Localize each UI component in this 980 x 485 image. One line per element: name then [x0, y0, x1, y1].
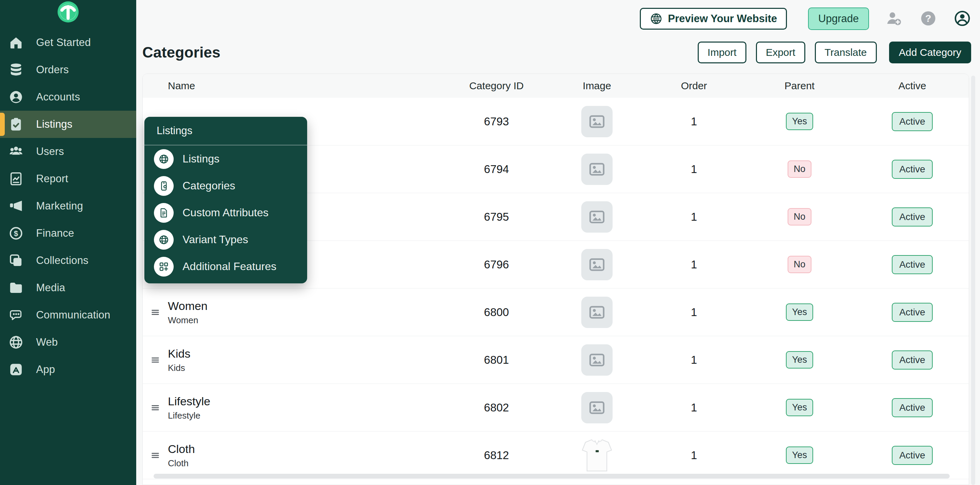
profile-button[interactable]: [953, 10, 971, 28]
category-image: [580, 436, 614, 475]
drag-handle-icon[interactable]: [150, 402, 161, 413]
image-cell: [549, 106, 644, 137]
add-user-icon: [885, 10, 903, 28]
parent-badge: Yes: [786, 399, 813, 416]
category-order: 1: [644, 306, 743, 319]
media-icon: [8, 280, 24, 296]
sidebar-item-label: Report: [36, 173, 68, 185]
image-cell: [549, 344, 644, 376]
image-placeholder: [581, 344, 612, 376]
flyout-item-custom-attributes[interactable]: Custom Attributes: [145, 199, 307, 226]
flyout-item-listings[interactable]: Listings: [145, 145, 307, 172]
parent-cell: No: [743, 161, 856, 178]
category-name: Cloth: [168, 442, 444, 456]
table-row[interactable]: WomenWomen68001YesActive: [143, 288, 969, 336]
flyout-items: ListingsCategoriesCustom AttributesVaria…: [145, 145, 307, 280]
flyout-item-variant-types[interactable]: Variant Types: [145, 226, 307, 253]
sidebar-item-marketing[interactable]: Marketing: [0, 192, 136, 220]
translate-button[interactable]: Translate: [815, 41, 877, 64]
parent-badge: Yes: [786, 351, 813, 369]
parent-badge: No: [788, 208, 812, 226]
parent-cell: Yes: [743, 399, 856, 416]
flyout-item-label: Categories: [183, 180, 235, 192]
topbar-icons: ?: [869, 10, 971, 28]
export-button[interactable]: Export: [756, 41, 805, 64]
active-cell: Active: [856, 112, 969, 131]
parent-badge: Yes: [786, 447, 813, 464]
parent-badge: No: [788, 256, 812, 273]
vertical-scrollbar[interactable]: [971, 76, 975, 485]
sidebar-item-label: Web: [36, 336, 58, 348]
sidebar-item-report[interactable]: Report: [0, 165, 136, 192]
status-badge: Active: [892, 446, 933, 465]
sidebar-nav: Get StartedOrdersAccountsListingsUsersRe…: [0, 29, 136, 383]
sidebar-item-label: Get Started: [36, 37, 91, 49]
sidebar-item-media[interactable]: Media: [0, 274, 136, 301]
parent-badge: Yes: [786, 304, 813, 321]
flyout-item-additional-features[interactable]: Additional Features: [145, 253, 307, 280]
topbar: www Preview Your Website Upgrade ?: [136, 0, 980, 30]
active-cell: Active: [856, 446, 969, 465]
table-row[interactable]: KidsKids68011YesActive: [143, 336, 969, 384]
drag-handle-icon[interactable]: [150, 355, 161, 365]
column-header-active: Active: [856, 80, 969, 92]
device-gear-icon: [154, 176, 173, 196]
table-header-row: NameCategory IDImageOrderParentActive: [143, 74, 969, 98]
parent-cell: Yes: [743, 113, 856, 130]
image-placeholder: [581, 392, 612, 423]
preview-website-button[interactable]: www Preview Your Website: [640, 8, 787, 30]
sidebar-item-get-started[interactable]: Get Started: [0, 29, 136, 56]
globe-icon: [154, 230, 173, 250]
active-cell: Active: [856, 160, 969, 179]
image-placeholder: [581, 154, 612, 185]
parent-cell: Yes: [743, 304, 856, 321]
image-cell: [549, 249, 644, 280]
sidebar-item-listings[interactable]: Listings: [0, 111, 136, 138]
sidebar-item-collections[interactable]: Collections: [0, 247, 136, 274]
sidebar-item-label: App: [36, 363, 55, 376]
flyout-item-categories[interactable]: Categories: [145, 172, 307, 199]
sidebar-item-label: Accounts: [36, 91, 80, 103]
category-order: 1: [644, 210, 743, 223]
table-row[interactable]: ClothCloth68121YesActive: [143, 431, 969, 479]
drag-handle-icon[interactable]: [150, 450, 161, 461]
active-cell: Active: [856, 255, 969, 274]
add-category-button[interactable]: Add Category: [889, 41, 971, 64]
svg-text:$: $: [14, 229, 18, 238]
sidebar-item-communication[interactable]: Communication: [0, 301, 136, 329]
category-id: 6800: [444, 306, 549, 319]
page-actions: ImportExportTranslateAdd Category: [698, 41, 971, 64]
category-name: Lifestyle: [168, 395, 444, 408]
drag-handle-icon[interactable]: [150, 307, 161, 317]
name-cell: KidsKids: [168, 347, 444, 373]
preview-website-label: Preview Your Website: [668, 13, 777, 25]
sidebar-item-users[interactable]: Users: [0, 138, 136, 165]
horizontal-scrollbar[interactable]: [154, 474, 950, 479]
category-id: 6801: [444, 353, 549, 366]
sidebar-item-label: Finance: [36, 227, 74, 239]
svg-text:?: ?: [925, 13, 931, 24]
table-row[interactable]: LifestyleLifestyle68021YesActive: [143, 384, 969, 431]
orders-icon: [8, 62, 24, 78]
handle-cell: [143, 307, 168, 317]
sidebar-item-finance[interactable]: $Finance: [0, 220, 136, 247]
parent-cell: No: [743, 256, 856, 273]
add-user-button[interactable]: [885, 10, 903, 28]
globe-icon: [154, 149, 173, 169]
flyout-item-label: Listings: [183, 153, 220, 165]
sidebar-item-orders[interactable]: Orders: [0, 56, 136, 83]
app-logo[interactable]: [0, 0, 136, 23]
status-badge: Active: [892, 398, 933, 417]
category-order: 1: [644, 401, 743, 414]
status-badge: Active: [892, 160, 933, 179]
import-button[interactable]: Import: [698, 41, 746, 64]
upgrade-button[interactable]: Upgrade: [808, 8, 869, 30]
sidebar-item-web[interactable]: Web: [0, 329, 136, 356]
sidebar-item-app[interactable]: App: [0, 356, 136, 383]
sidebar-item-accounts[interactable]: Accounts: [0, 83, 136, 111]
page-title: Categories: [142, 44, 220, 61]
help-button[interactable]: ?: [920, 10, 937, 28]
sidebar-item-label: Listings: [36, 118, 73, 130]
category-subtitle: Women: [168, 315, 444, 325]
globe-www-icon: www: [650, 12, 663, 25]
